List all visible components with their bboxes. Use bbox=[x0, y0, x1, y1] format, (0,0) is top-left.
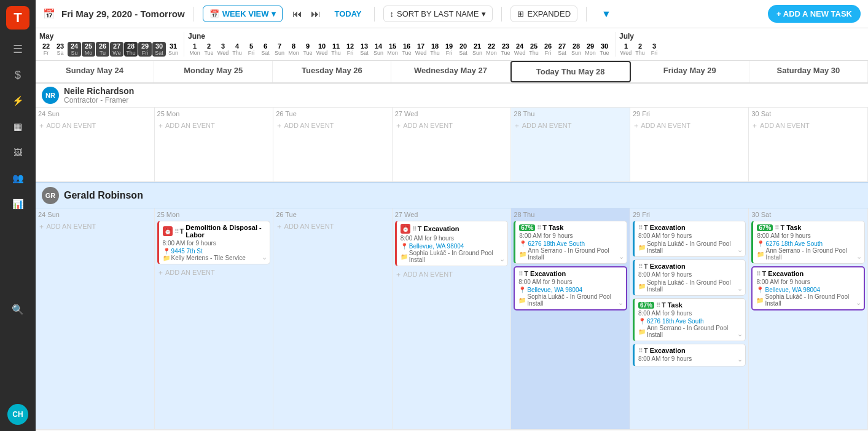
today-button[interactable]: TODAY bbox=[330, 7, 365, 21]
demolition-event[interactable]: ⏰ ⠿ T Demolition & Disposal - Labor 8:00… bbox=[157, 221, 271, 264]
mini-cal-day-29[interactable]: 29Fri bbox=[138, 42, 152, 57]
excavation-wed-location[interactable]: 📍Bellevue, WA 98004 bbox=[401, 243, 504, 250]
mini-cal-jun-21[interactable]: 21Sun bbox=[471, 42, 484, 57]
add-event-neile-29[interactable]: ＋ ADD AN EVENT bbox=[633, 120, 746, 132]
mini-cal-jun-8[interactable]: 8Mon bbox=[287, 42, 300, 57]
task-fri-event[interactable]: 67% ⠿ T Task 8:00 AM for 9 hours 📍6276 1… bbox=[633, 298, 746, 341]
nav-first-button[interactable]: ⏮ bbox=[289, 6, 306, 23]
mini-cal-day-31[interactable]: 31Sun bbox=[166, 42, 180, 57]
drag-handle-wed[interactable]: ⠿ bbox=[412, 226, 416, 232]
mini-cal-jun-2[interactable]: 2Tue bbox=[202, 42, 216, 57]
user-avatar[interactable]: CH bbox=[7, 404, 28, 425]
mini-cal-jun-27[interactable]: 27Sat bbox=[555, 42, 569, 57]
excavation-sat-purple-event[interactable]: ⠿ T Excavation 8:00 AM for 9 hours 📍Bell… bbox=[751, 266, 865, 310]
sidebar-item-people[interactable]: 👥 bbox=[6, 167, 30, 189]
mini-cal-jun-28[interactable]: 28Sun bbox=[569, 42, 583, 57]
mini-cal-jul-3[interactable]: 3Fri bbox=[647, 42, 661, 57]
drag-handle[interactable]: ⠿ bbox=[174, 228, 178, 235]
excavation-fri-2-event[interactable]: ⠿ T Excavation 8:00 AM for 9 hours 📁Soph… bbox=[633, 259, 746, 296]
mini-cal-jun-12[interactable]: 12Fri bbox=[343, 42, 357, 57]
add-event-neile-24[interactable]: ＋ ADD AN EVENT bbox=[38, 120, 152, 132]
drag-fri2[interactable]: ⠿ bbox=[638, 263, 642, 270]
excavation-sat-location[interactable]: 📍Bellevue, WA 98004 bbox=[756, 287, 860, 293]
mini-cal-jun-1[interactable]: 1Mon bbox=[188, 42, 201, 57]
demolition-location[interactable]: 📍9445 7th St bbox=[163, 248, 267, 255]
mini-cal-jun-5[interactable]: 5Fri bbox=[244, 42, 258, 57]
mini-cal-jun-20[interactable]: 20Sat bbox=[456, 42, 470, 57]
mini-cal-jun-23[interactable]: 23Tue bbox=[499, 42, 512, 57]
drag-sat2[interactable]: ⠿ bbox=[756, 271, 760, 277]
mini-cal-jul-2[interactable]: 2Thu bbox=[633, 42, 647, 57]
drag-fri1[interactable]: ⠿ bbox=[638, 224, 642, 231]
add-event-gerald-27[interactable]: ＋ ADD AN EVENT bbox=[395, 269, 509, 280]
add-event-gerald-26[interactable]: ＋ ADD AN EVENT bbox=[276, 221, 389, 232]
mini-cal-jun-30[interactable]: 30Tue bbox=[598, 42, 611, 57]
mini-cal-day-28[interactable]: 28Thu bbox=[124, 42, 138, 57]
add-event-neile-25[interactable]: ＋ ADD AN EVENT bbox=[157, 120, 271, 132]
task-sat-event[interactable]: 67% ⠿ T Task 8:00 AM for 9 hours 📍6276 1… bbox=[751, 221, 865, 264]
drag-sat1[interactable]: ⠿ bbox=[775, 224, 778, 231]
mini-cal-day-25[interactable]: 25Mo bbox=[82, 42, 95, 57]
mini-cal-jun-3[interactable]: 3Wed bbox=[216, 42, 230, 57]
mini-cal-jun-26[interactable]: 26Fri bbox=[541, 42, 555, 57]
excavation-thu-purple-event[interactable]: ⠿ T Excavation 8:00 AM for 9 hours 📍Bell… bbox=[514, 266, 627, 310]
mini-cal-jun-10[interactable]: 10Wed bbox=[315, 42, 329, 57]
add-event-neile-28[interactable]: ＋ ADD AN EVENT bbox=[514, 120, 627, 132]
drag-fri3[interactable]: ⠿ bbox=[656, 302, 660, 309]
mini-cal-jun-14[interactable]: 14Sun bbox=[372, 42, 385, 57]
sidebar-item-menu[interactable]: ☰ bbox=[6, 38, 30, 60]
mini-cal-jun-29[interactable]: 29Mon bbox=[584, 42, 597, 57]
drag-handle-thu[interactable]: ⠿ bbox=[537, 224, 541, 231]
mini-cal-jun-9[interactable]: 9Tue bbox=[301, 42, 315, 57]
add-event-neile-30[interactable]: ＋ ADD AN EVENT bbox=[751, 120, 865, 132]
toolbar-divider-4 bbox=[586, 7, 587, 22]
sidebar-item-reports[interactable]: 📊 bbox=[6, 193, 30, 215]
add-event-neile-26[interactable]: ＋ ADD AN EVENT bbox=[276, 120, 389, 132]
mini-cal-day-27[interactable]: 27We bbox=[110, 42, 123, 57]
sidebar-item-media[interactable]: 🖼 bbox=[6, 141, 30, 164]
excavation-fri-1-event[interactable]: ⠿ T Excavation 8:00 AM for 9 hours 📁Soph… bbox=[633, 221, 746, 257]
nav-last-button[interactable]: ⏭ bbox=[307, 6, 324, 23]
mini-cal-jun-19[interactable]: 19Fri bbox=[442, 42, 456, 57]
add-task-button[interactable]: + ADD A NEW TASK bbox=[768, 5, 861, 23]
add-event-gerald-24[interactable]: ＋ ADD AN EVENT bbox=[38, 221, 152, 232]
excavation-wed-event[interactable]: ⏰ ⠿ T Excavation 8:00 AM for 9 hours 📍Be… bbox=[395, 221, 509, 266]
mini-cal-day-24[interactable]: 24Su bbox=[68, 42, 81, 57]
week-view-button[interactable]: 📅 WEEK VIEW ▾ bbox=[203, 6, 283, 22]
mini-cal-jun-16[interactable]: 16Tue bbox=[400, 42, 413, 57]
mini-cal-jun-4[interactable]: 4Thu bbox=[230, 42, 244, 57]
task-thu-location[interactable]: 📍6276 18th Ave South bbox=[519, 240, 623, 247]
drag-handle-thu2[interactable]: ⠿ bbox=[518, 271, 522, 277]
sort-button[interactable]: ↕ SORT BY LAST NAME ▾ bbox=[383, 6, 493, 22]
mini-cal-jun-18[interactable]: 18Thu bbox=[428, 42, 442, 57]
excavation-fri-3-event[interactable]: ⠿ T Excavation 8:00 AM for 9 hours ⌄ bbox=[633, 344, 746, 366]
task-thu-event[interactable]: 67% ⠿ T Task 8:00 AM for 9 hours 📍6276 1… bbox=[514, 221, 627, 264]
sidebar-item-calendar[interactable]: ▦ bbox=[6, 116, 30, 138]
mini-cal-jun-17[interactable]: 17Wed bbox=[414, 42, 428, 57]
drag-fri4[interactable]: ⠿ bbox=[638, 347, 642, 354]
mini-cal-day-30[interactable]: 30Sat bbox=[152, 42, 166, 57]
sidebar-logo[interactable]: T bbox=[6, 6, 29, 30]
task-sat-location[interactable]: 📍6276 18th Ave South bbox=[757, 240, 861, 247]
mini-cal-jun-6[interactable]: 6Sat bbox=[259, 42, 272, 57]
mini-cal-jun-22[interactable]: 22Mon bbox=[485, 42, 498, 57]
excavation-thu-location[interactable]: 📍Bellevue, WA 98004 bbox=[518, 287, 622, 293]
mini-cal-day-26[interactable]: 26Tu bbox=[96, 42, 109, 57]
mini-cal-jun-24[interactable]: 24Wed bbox=[513, 42, 526, 57]
task-fri-location[interactable]: 📍6276 18th Ave South bbox=[638, 318, 742, 325]
mini-cal-jun-11[interactable]: 11Thu bbox=[329, 42, 343, 57]
mini-cal-day-23[interactable]: 23Sa bbox=[53, 42, 67, 57]
sidebar-item-activity[interactable]: ⚡ bbox=[6, 90, 30, 112]
expanded-button[interactable]: ⊞ EXPANDED bbox=[510, 6, 577, 22]
mini-cal-jun-25[interactable]: 25Thu bbox=[527, 42, 541, 57]
mini-cal-jun-15[interactable]: 15Mon bbox=[386, 42, 399, 57]
mini-cal-jun-7[interactable]: 7Sun bbox=[273, 42, 286, 57]
mini-cal-day-22[interactable]: 22Fr bbox=[39, 42, 53, 57]
sidebar-item-billing[interactable]: $ bbox=[6, 64, 30, 86]
filter-button[interactable]: ▼ bbox=[595, 6, 617, 23]
mini-cal-jul-1[interactable]: 1Wed bbox=[619, 42, 633, 57]
add-event-neile-27[interactable]: ＋ ADD AN EVENT bbox=[395, 120, 509, 132]
sidebar-item-search[interactable]: 🔍 bbox=[6, 299, 30, 321]
add-event-gerald-25[interactable]: ＋ ADD AN EVENT bbox=[157, 267, 271, 279]
mini-cal-jun-13[interactable]: 13Sat bbox=[358, 42, 371, 57]
